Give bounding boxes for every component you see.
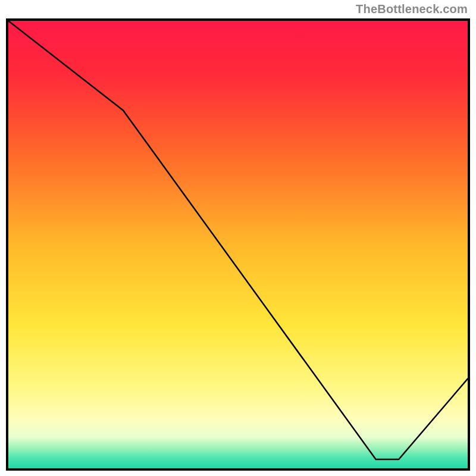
chart-container: TheBottleneck.com bbox=[0, 0, 476, 476]
watermark-text: TheBottleneck.com bbox=[356, 2, 468, 16]
data-line bbox=[8, 21, 468, 468]
chart-plot-area bbox=[6, 18, 470, 471]
